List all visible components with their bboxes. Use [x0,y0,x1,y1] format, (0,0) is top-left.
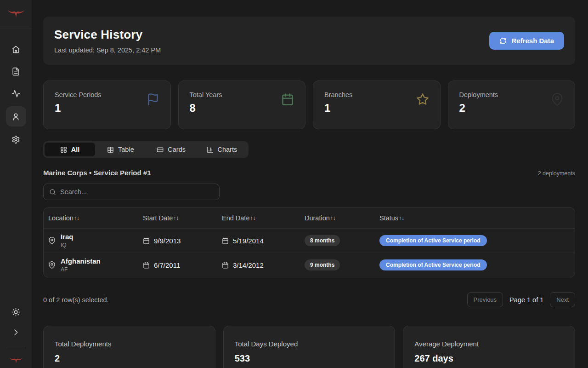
stat-card-branches: Branches 1 [313,80,441,129]
deployments-table: Location↑↓ Start Date↑↓ End Date↑↓ Durat… [43,207,575,277]
view-tabs: All Table Cards Charts [43,141,249,158]
map-pin-icon [48,261,56,269]
file-text-icon [11,67,20,76]
tab-cards[interactable]: Cards [146,143,197,156]
status-badge: Completion of Active Service period [379,259,487,270]
page-header: Service History Last updated: Sep 8, 202… [43,17,575,65]
tab-table[interactable]: Table [95,143,146,156]
app-logo [0,0,32,29]
calendar-icon [143,237,150,244]
sort-icon: ↑↓ [250,215,255,221]
calendar-icon [281,93,294,106]
summary-card-average-deployment: Average Deployment 267 days [403,326,575,368]
stat-label: Service Periods [55,91,159,98]
sidebar-nav [6,40,26,149]
map-pin-icon [48,237,56,244]
stat-card-total-years: Total Years 8 [178,80,306,129]
stat-value: 1 [324,102,429,115]
next-page-button[interactable]: Next [550,292,575,307]
flag-icon [147,93,159,106]
location-code: AF [61,266,101,273]
table-header-row: Location↑↓ Start Date↑↓ End Date↑↓ Durat… [44,208,575,228]
tab-all[interactable]: All [45,143,95,156]
search-input[interactable] [60,188,214,196]
search-icon [49,189,56,196]
activity-icon [11,89,20,98]
location-name: Iraq [61,233,74,241]
section-title: Marine Corps • Service Period #1 [43,169,151,177]
table-footer: 0 of 2 row(s) selected. Previous Page 1 … [43,292,575,307]
sidebar [0,0,32,368]
home-icon [11,45,20,54]
sort-icon: ↑↓ [330,215,336,221]
table-icon [107,146,114,153]
sidebar-item-activity[interactable] [7,84,25,103]
sidebar-collapse-button[interactable] [7,323,25,341]
column-header-end-date[interactable]: End Date↑↓ [217,214,300,222]
tab-label: Charts [218,146,237,153]
end-date: 3/14/2012 [233,261,264,269]
summary-value: 267 days [414,353,564,364]
stat-value: 2 [459,102,564,115]
chevron-right-icon [11,328,20,337]
location-name: Afghanistan [61,257,101,265]
sidebar-item-records[interactable] [7,62,25,80]
pagination: Previous Page 1 of 1 Next [467,292,575,307]
end-date: 5/19/2014 [233,237,264,245]
sidebar-item-home[interactable] [7,40,25,58]
stat-label: Branches [324,91,429,98]
table-row[interactable]: Iraq IQ 9/9/2013 5/19/2014 8 months [44,228,575,253]
deployment-count: 2 deployments [538,170,575,177]
calendar-icon [222,262,229,269]
summary-label: Total Days Deployed [235,340,384,348]
summary-row: Total Deployments 2 Total Days Deployed … [43,326,575,368]
column-header-location[interactable]: Location↑↓ [44,214,138,222]
tab-label: Table [118,146,134,153]
stat-label: Deployments [459,91,564,98]
refresh-button-label: Refresh Data [511,37,554,45]
page-indicator: Page 1 of 1 [509,296,543,304]
sort-icon: ↑↓ [74,215,79,221]
star-icon [416,93,429,106]
start-date: 9/9/2013 [154,237,181,245]
tab-charts[interactable]: Charts [197,143,247,156]
sidebar-divider [7,348,25,348]
stat-value: 1 [55,102,159,115]
main-content: Service History Last updated: Sep 8, 202… [32,0,588,368]
user-icon [11,112,20,121]
tab-label: All [71,146,80,153]
start-date: 6/7/2011 [154,261,180,269]
card-icon [157,146,164,153]
column-header-start-date[interactable]: Start Date↑↓ [138,214,217,222]
summary-value: 2 [55,353,204,364]
stats-row: Service Periods 1 Total Years 8 Branches… [43,80,575,129]
stat-card-deployments: Deployments 2 [448,80,576,129]
stat-value: 8 [190,102,294,115]
summary-card-total-days: Total Days Deployed 533 [223,326,396,368]
sidebar-item-profile[interactable] [6,106,26,126]
eagle-logo-small-icon [9,356,23,365]
refresh-data-button[interactable]: Refresh Data [489,32,564,50]
bar-chart-icon [207,146,214,153]
calendar-icon [143,262,150,269]
map-pin-icon [551,93,564,106]
summary-card-total-deployments: Total Deployments 2 [43,326,215,368]
summary-value: 533 [235,353,384,364]
tab-label: Cards [168,146,186,153]
calendar-icon [222,237,229,244]
theme-toggle-button[interactable] [7,303,25,321]
column-header-duration[interactable]: Duration↑↓ [300,214,375,222]
previous-page-button[interactable]: Previous [467,292,503,307]
page-title: Service History [54,28,161,42]
grid-icon [60,146,67,153]
table-row[interactable]: Afghanistan AF 6/7/2011 3/14/2012 9 mont… [44,253,575,277]
location-code: IQ [61,242,74,248]
sidebar-item-settings[interactable] [7,130,25,149]
last-updated-text: Last updated: Sep 8, 2025, 2:42 PM [54,46,161,54]
rows-selected-text: 0 of 2 row(s) selected. [43,296,109,304]
column-header-status[interactable]: Status↑↓ [375,214,575,222]
sidebar-bottom [7,303,25,368]
summary-label: Total Deployments [55,340,204,348]
sort-icon: ↑↓ [399,215,404,221]
status-badge: Completion of Active Service period [379,235,487,246]
